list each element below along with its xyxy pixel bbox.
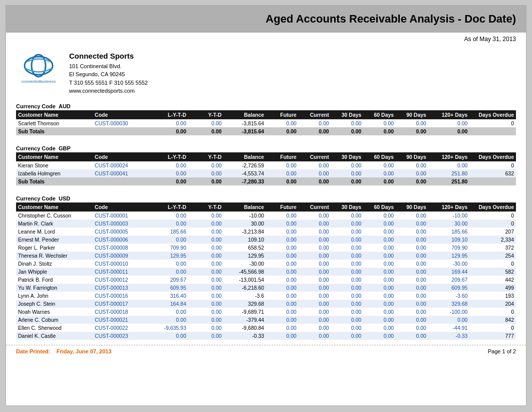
table-row: Daniel K. CastleCUST-0000230.000.00-0.33… bbox=[16, 332, 516, 340]
table-row: Leanne M. LordCUST-000005185.660.00-3,21… bbox=[16, 228, 516, 236]
usd-section: Currency Code USD Customer Name Code L-Y… bbox=[16, 195, 516, 340]
aud-currency-label: Currency Code AUD bbox=[16, 103, 516, 109]
table-row: Arlene C. CobumCUST-0000210.000.00-379.4… bbox=[16, 316, 516, 324]
col-code: Code bbox=[93, 110, 146, 119]
table-row: Roger L. ParkerCUST-000008709.900.00658.… bbox=[16, 244, 516, 252]
subtotal-row: Sub Totals0.000.00-3,815.640.000.000.000… bbox=[16, 127, 516, 135]
table-row: Martin R. ClarkCUST-0000030.000.0030.000… bbox=[16, 220, 516, 228]
aud-table-header: Customer Name Code L-Y-T-D Y-T-D Balance… bbox=[16, 110, 516, 119]
table-row: Lynn A. JohnCUST-000016316.400.00-3.60.0… bbox=[16, 292, 516, 300]
gbp-section: Currency Code GBP Customer Name Code L-Y… bbox=[16, 145, 516, 185]
table-row: Yu W. FarringtonCUST-000013609.950.00-6,… bbox=[16, 284, 516, 292]
table-row: Joseph C. SteinCUST-000017164.840.00329.… bbox=[16, 300, 516, 308]
usd-table: Customer Name Code L-Y-T-D Y-T-D Balance… bbox=[16, 202, 516, 340]
footer-page: Page 1 of 2 bbox=[488, 348, 516, 354]
gbp-currency-label: Currency Code GBP bbox=[16, 145, 516, 151]
company-phone: T 310 555 5551 F 310 555 5552 bbox=[69, 79, 148, 87]
usd-currency-label: Currency Code USD bbox=[16, 195, 516, 201]
col-90days: 90 Days bbox=[396, 110, 428, 119]
company-logo: connectedbusiness bbox=[16, 51, 61, 86]
gbp-table-header: Customer Name Code L-Y-T-D Y-T-D Balance… bbox=[16, 152, 516, 161]
table-row: Dinah J. StoltzCUST-0000100.000.00-30.00… bbox=[16, 260, 516, 268]
table-row: Noah WarnesCUST-0000180.000.00-9,689.710… bbox=[16, 308, 516, 316]
footer-date: Date Printed: Friday, June 07, 2013 bbox=[16, 348, 112, 354]
gbp-table: Customer Name Code L-Y-T-D Y-T-D Balance… bbox=[16, 152, 516, 185]
table-row: Izabella HolmgrenCUST-0000410.000.00-4,5… bbox=[16, 169, 516, 177]
table-row: Ernest M. PenderCUST-0000060.000.00109.1… bbox=[16, 236, 516, 244]
table-row: Kieran StoneCUST-0000240.000.00-2,726.59… bbox=[16, 161, 516, 169]
company-info: Connected Sports 101 Continental Blvd. E… bbox=[69, 51, 148, 95]
col-120days: 120+ Days bbox=[428, 110, 469, 119]
company-website: www.connectedsports.com bbox=[69, 87, 148, 95]
col-30days: 30 Days bbox=[331, 110, 364, 119]
table-row: Theresa R. WechslerCUST-000009129.950.00… bbox=[16, 252, 516, 260]
col-customer-name: Customer Name bbox=[16, 110, 93, 119]
logo-text: connectedbusiness bbox=[22, 79, 56, 84]
as-of-date: As of May 31, 2013 bbox=[6, 33, 526, 46]
company-section: connectedbusiness Connected Sports 101 C… bbox=[6, 46, 526, 100]
col-current: Current bbox=[299, 110, 331, 119]
company-name: Connected Sports bbox=[69, 51, 148, 62]
col-code-gbp: Code bbox=[93, 152, 146, 161]
col-balance: Balance bbox=[223, 110, 266, 119]
aud-section: Currency Code AUD Customer Name Code L-Y… bbox=[16, 103, 516, 135]
svg-point-1 bbox=[32, 55, 46, 77]
company-address1: 101 Continental Blvd. bbox=[69, 62, 148, 71]
col-ytd: Y-T-D bbox=[188, 110, 224, 119]
table-row: Ellen C. SherwoodCUST-000022-9,635.930.0… bbox=[16, 324, 516, 332]
col-days-overdue: Days Overdue bbox=[469, 110, 516, 119]
report-page: Aged Accounts Receivable Analysis - Doc … bbox=[6, 5, 526, 406]
col-customer-name-gbp: Customer Name bbox=[16, 152, 93, 161]
logo-svg bbox=[21, 53, 56, 78]
table-row: Jan WhippleCUST-0000110.000.00-45,566.98… bbox=[16, 268, 516, 276]
company-address2: El Segundo, CA 90245 bbox=[69, 70, 148, 79]
usd-table-header: Customer Name Code L-Y-T-D Y-T-D Balance… bbox=[16, 202, 516, 212]
aud-table: Customer Name Code L-Y-T-D Y-T-D Balance… bbox=[16, 110, 516, 135]
table-row: Christopher C. CussonCUST-0000010.000.00… bbox=[16, 212, 516, 220]
col-60days: 60 Days bbox=[363, 110, 396, 119]
table-row: Patrick B. FordCUST-000012209.670.00-13,… bbox=[16, 276, 516, 284]
report-header: Aged Accounts Receivable Analysis - Doc … bbox=[6, 6, 526, 33]
col-future: Future bbox=[266, 110, 299, 119]
subtotal-row: Sub Totals0.000.00-7,280.330.000.000.000… bbox=[16, 177, 516, 185]
table-row: Scarlett ThomsonCUST-0000300.000.00-3,81… bbox=[16, 119, 516, 127]
col-lytd: L-Y-T-D bbox=[146, 110, 188, 119]
report-title: Aged Accounts Receivable Analysis - Doc … bbox=[6, 13, 516, 26]
page-footer: Date Printed: Friday, June 07, 2013 Page… bbox=[6, 345, 526, 357]
